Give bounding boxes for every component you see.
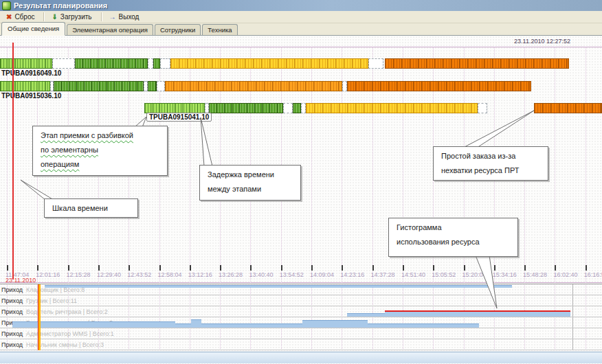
current-datetime: 23.11.2010 12:27:52: [514, 38, 570, 45]
axis-tick: [494, 265, 495, 271]
axis-bottom-line: [0, 282, 602, 283]
axis-time-label: 11:47:04: [5, 271, 29, 278]
axis-time-label: 13:40:40: [249, 271, 273, 278]
gantt-segment[interactable]: [306, 103, 478, 113]
axis-time-label: 12:15:28: [67, 271, 91, 278]
resource-group-label: Приход: [1, 286, 23, 293]
toolbar-separator: [101, 12, 102, 21]
callout-text-line: Задержка времени: [208, 170, 293, 179]
gantt-segment[interactable]: [293, 103, 301, 113]
callout-text-line: Этап приемки с разбивкой: [41, 131, 159, 139]
tab-elementary-operation[interactable]: Элементарная операция: [67, 24, 153, 36]
axis-time-label: 15:48:28: [523, 271, 547, 278]
resource-name-label: Грузчик | Всего:11: [26, 297, 77, 304]
gantt-segment[interactable]: [347, 81, 531, 91]
toolbar: ✖Сброс⇓Загрузить→Выход: [0, 11, 602, 23]
title-bar[interactable]: Результат планирования: [0, 0, 602, 11]
axis-time-label: 12:43:52: [127, 271, 151, 278]
histogram-bar: [302, 320, 368, 328]
callout-reception-stage: Этап приемки с разбивкойпо элементарныоп…: [32, 126, 168, 176]
histogram-bar: [385, 310, 570, 317]
gantt-segment: [52, 58, 75, 69]
resource-row: ПриходВодитель погрузчика | Всего:5: [0, 317, 602, 328]
histogram-bar: [12, 321, 175, 328]
load-button[interactable]: ⇓Загрузить: [48, 12, 97, 22]
axis-time-label: 12:29:40: [97, 271, 121, 278]
callout-text-line: между этапами: [208, 185, 293, 193]
axis-tick: [311, 265, 313, 271]
callout-text-line: использования ресурса: [397, 238, 510, 246]
gantt-segment[interactable]: [54, 81, 144, 91]
gantt-segment[interactable]: [165, 81, 342, 91]
gantt-segment: [157, 81, 165, 91]
gantt-segment[interactable]: [385, 58, 569, 69]
load-icon: ⇓: [52, 14, 57, 21]
resource-row: ПриходВодитель ричтрака | Всего:2: [0, 306, 602, 317]
tabbar-divider: [0, 35, 602, 36]
resource-group-label: Приход: [1, 341, 23, 348]
gantt-segment[interactable]: [209, 103, 283, 113]
chart-top-line: [0, 47, 602, 47]
axis-time-label: 12:58:04: [158, 271, 182, 278]
axis-time-label: 14:23:16: [340, 271, 364, 278]
tab-employees[interactable]: Сотрудники: [155, 24, 201, 36]
order-label: TPUBA0915041.10: [146, 113, 212, 122]
app-window: Результат планирования ✖Сброс⇓Загрузить→…: [0, 0, 602, 364]
axis-time-label: 16:02:40: [553, 271, 577, 278]
app-icon: [2, 1, 11, 10]
axis-tick: [464, 265, 465, 271]
tab-equipment[interactable]: Техника: [202, 24, 237, 36]
exit-button[interactable]: →Выход: [106, 12, 145, 22]
gantt-segment[interactable]: [534, 103, 602, 113]
axis-tick: [159, 265, 161, 271]
axis-tick: [433, 265, 434, 271]
axis-time-label: 14:09:04: [310, 271, 334, 278]
gantt-segment[interactable]: [0, 81, 50, 91]
order-label: TPUBA0916049.10: [1, 69, 61, 77]
axis-time-label: 15:05:52: [432, 271, 456, 278]
histogram-bar: [201, 323, 302, 328]
axis-time-label: 13:54:52: [280, 271, 304, 278]
callout-text-line: нехватки ресурса ПРТ: [441, 166, 540, 174]
axis-tick: [220, 265, 221, 271]
gantt-segment[interactable]: [153, 58, 160, 69]
axis-tick: [342, 265, 343, 271]
gantt-segment: [478, 103, 487, 113]
callout-idle: Простой заказа из-занехватки ресурса ПРТ: [433, 146, 548, 181]
gantt-segment[interactable]: [75, 58, 148, 69]
histogram-bar: [191, 319, 201, 328]
gantt-segment: [342, 81, 347, 91]
axis-tick: [250, 265, 252, 271]
axis-tick: [281, 265, 282, 271]
exit-icon: →: [109, 14, 116, 21]
histogram-bar: [368, 323, 479, 328]
callout-timescale: Шкала времени: [44, 198, 138, 218]
axis-tick: [37, 265, 38, 271]
callout-text-line: Шкала времени: [52, 204, 130, 212]
gantt-segment[interactable]: [144, 103, 205, 113]
current-time-marker: [12, 43, 14, 280]
order-label: TPUBA0915036.10: [1, 92, 61, 100]
resource-group-label: Приход: [1, 308, 23, 315]
axis-time-label: 14:37:28: [371, 271, 395, 278]
axis-tick: [98, 265, 100, 271]
histogram-bar: [175, 323, 191, 328]
callout-text-line: по элементарны: [41, 146, 159, 154]
gantt-segment: [283, 103, 293, 113]
callout-text-line: Простой заказа из-за: [441, 152, 540, 160]
gantt-segment[interactable]: [0, 58, 52, 69]
horizontal-scrollbar[interactable]: [0, 352, 602, 363]
axis-time-label: 16:16:52: [584, 271, 602, 278]
gantt-segment[interactable]: [170, 58, 368, 69]
tab-general[interactable]: Общие сведения: [1, 22, 65, 36]
gantt-segment[interactable]: [148, 81, 157, 91]
resource-row: ПриходГрузчик | Всего:11: [0, 295, 602, 306]
load-button-label: Загрузить: [60, 13, 92, 21]
axis-tick: [7, 265, 8, 271]
gantt-segment: [368, 58, 383, 69]
histogram-bar: [347, 313, 385, 317]
reset-button[interactable]: ✖Сброс: [3, 12, 40, 22]
axis-tick: [555, 265, 556, 271]
gantt-segment: [160, 58, 170, 69]
reset-icon: ✖: [6, 14, 12, 21]
